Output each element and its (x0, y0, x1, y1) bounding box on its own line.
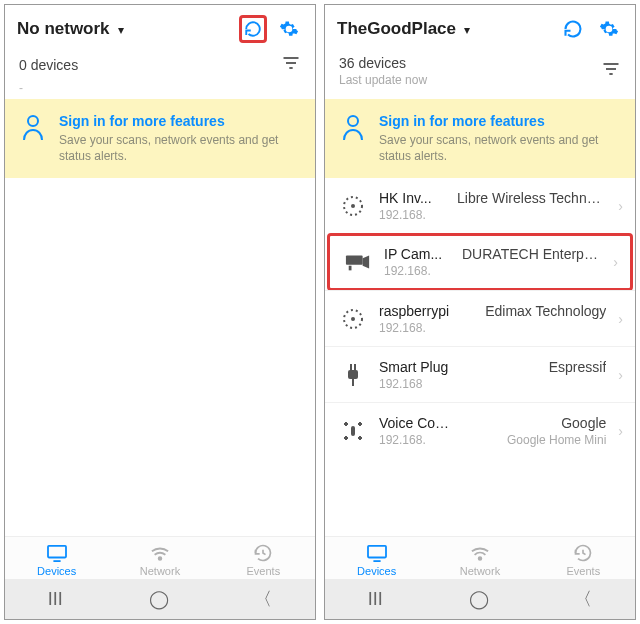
chevron-down-icon[interactable]: ▾ (118, 23, 124, 37)
system-nav: III ◯ 〈 (5, 579, 315, 619)
user-icon (341, 113, 365, 164)
svg-rect-14 (349, 266, 352, 271)
phone-left: No network ▾ 0 devices - Sign in for mor… (4, 4, 316, 620)
svg-rect-22 (368, 546, 386, 558)
settings-button[interactable] (595, 15, 623, 43)
home-button[interactable]: ◯ (149, 588, 169, 610)
system-nav: III ◯ 〈 (325, 579, 635, 619)
device-vendor: Google (469, 415, 606, 431)
tab-network[interactable]: Network (108, 543, 211, 577)
device-list-empty (5, 178, 315, 536)
svg-rect-13 (346, 256, 363, 265)
chevron-right-icon: › (613, 254, 618, 270)
gear-icon (599, 19, 619, 39)
chevron-right-icon: › (618, 367, 623, 383)
device-meta (442, 321, 607, 335)
device-meta: Google Home Mini (442, 433, 607, 447)
signin-title: Sign in for more features (379, 113, 619, 129)
device-count: 0 devices (19, 57, 78, 73)
device-meta (442, 208, 607, 222)
tab-events[interactable]: Events (212, 543, 315, 577)
home-button[interactable]: ◯ (469, 588, 489, 610)
bottom-nav: Devices Network Events (5, 536, 315, 579)
svg-point-10 (348, 116, 358, 126)
svg-rect-19 (354, 364, 356, 370)
device-meta (438, 377, 606, 391)
gear-icon (279, 19, 299, 39)
header: TheGoodPlace ▾ (325, 5, 635, 51)
recent-apps-button[interactable]: III (368, 589, 383, 610)
tab-label: Events (567, 565, 601, 577)
device-ip: 192.168 (379, 377, 422, 391)
tab-label: Network (140, 565, 180, 577)
svg-point-24 (479, 557, 482, 560)
recent-apps-button[interactable]: III (48, 589, 63, 610)
tab-label: Devices (357, 565, 396, 577)
svg-point-12 (351, 204, 355, 208)
device-vendor: DURATECH Enterprise,LLC (462, 246, 601, 262)
wifi-icon (149, 543, 171, 563)
chevron-down-icon[interactable]: ▾ (464, 23, 470, 37)
device-name: Smart Plug (379, 359, 448, 375)
generic-icon (339, 192, 367, 220)
device-row[interactable]: IP Cam...DURATECH Enterprise,LLC192.168.… (327, 233, 633, 291)
camera-icon (344, 248, 372, 276)
svg-rect-20 (352, 379, 354, 386)
device-row[interactable]: Voice ControlGoogle192.168.Google Home M… (325, 402, 635, 458)
tab-label: Network (460, 565, 500, 577)
device-meta (447, 264, 602, 278)
refresh-button[interactable] (239, 15, 267, 43)
refresh-button[interactable] (559, 15, 587, 43)
svg-rect-4 (48, 546, 66, 558)
device-info: IP Cam...DURATECH Enterprise,LLC192.168. (384, 246, 601, 278)
last-update: Last update now (339, 73, 427, 87)
signin-banner[interactable]: Sign in for more features Save your scan… (5, 99, 315, 178)
device-ip: 192.168. (379, 321, 426, 335)
monitor-icon (366, 543, 388, 563)
history-icon (253, 543, 273, 563)
network-title[interactable]: TheGoodPlace (337, 19, 456, 39)
voice-icon (339, 417, 367, 445)
svg-rect-18 (350, 364, 352, 370)
device-row[interactable]: Smart PlugEspressif192.168› (325, 346, 635, 402)
device-info: Smart PlugEspressif192.168 (379, 359, 606, 391)
network-title[interactable]: No network (17, 19, 110, 39)
device-row[interactable]: raspberrypiEdimax Technology192.168.› (325, 290, 635, 346)
device-name: Voice Control (379, 415, 453, 431)
device-list[interactable]: HK Inv...Libre Wireless Technologies192.… (325, 178, 635, 536)
tab-label: Devices (37, 565, 76, 577)
filter-button[interactable] (281, 55, 301, 75)
signin-subtitle: Save your scans, network events and get … (379, 133, 619, 164)
svg-rect-17 (348, 370, 358, 379)
tab-network[interactable]: Network (428, 543, 531, 577)
settings-button[interactable] (275, 15, 303, 43)
chevron-right-icon: › (618, 198, 623, 214)
signin-text: Sign in for more features Save your scan… (379, 113, 619, 164)
filter-icon (281, 55, 301, 71)
signin-title: Sign in for more features (59, 113, 299, 129)
empty-dash: - (5, 81, 315, 95)
back-button[interactable]: 〈 (254, 587, 272, 611)
tab-events[interactable]: Events (532, 543, 635, 577)
svg-rect-21 (351, 426, 355, 436)
filter-button[interactable] (601, 61, 621, 81)
svg-point-16 (351, 317, 355, 321)
refresh-icon (244, 19, 262, 39)
device-row[interactable]: HK Inv...Libre Wireless Technologies192.… (325, 178, 635, 234)
tab-devices[interactable]: Devices (325, 543, 428, 577)
device-name: raspberrypi (379, 303, 449, 319)
tab-devices[interactable]: Devices (5, 543, 108, 577)
history-icon (573, 543, 593, 563)
refresh-icon (563, 19, 583, 39)
device-ip: 192.168. (379, 433, 426, 447)
device-ip: 192.168. (379, 208, 426, 222)
phone-right: TheGoodPlace ▾ 36 devices Last update no… (324, 4, 636, 620)
back-button[interactable]: 〈 (574, 587, 592, 611)
generic-icon (339, 305, 367, 333)
svg-point-6 (159, 557, 162, 560)
device-ip: 192.168. (384, 264, 431, 278)
signin-banner[interactable]: Sign in for more features Save your scan… (325, 99, 635, 178)
device-name: HK Inv... (379, 190, 441, 206)
signin-subtitle: Save your scans, network events and get … (59, 133, 299, 164)
signin-text: Sign in for more features Save your scan… (59, 113, 299, 164)
